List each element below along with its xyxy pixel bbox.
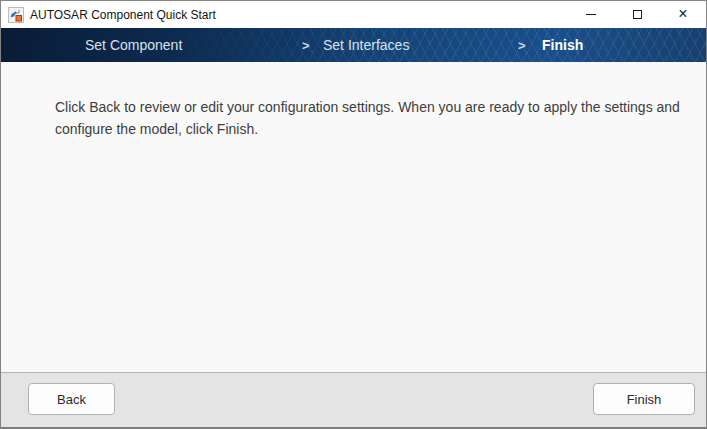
maximize-icon [633,10,642,19]
step-separator-icon: > [518,38,526,53]
minimize-icon [586,14,596,15]
instructions-text: Click Back to review or edit your config… [55,96,703,140]
back-button[interactable]: Back [28,383,115,415]
finish-button[interactable]: Finish [593,383,695,415]
step-separator-icon: > [302,38,310,53]
window-controls: × [568,1,706,28]
wizard-steps-bar: Set Component > Set Interfaces > Finish [1,28,706,62]
title-bar: AUTOSAR Component Quick Start × [1,1,706,28]
step-finish: Finish [542,37,583,53]
wizard-window: AUTOSAR Component Quick Start × Set Comp… [0,0,707,429]
footer-bar: Back Finish [1,372,706,427]
step-set-component: Set Component [85,37,182,53]
close-icon: × [678,6,687,22]
maximize-button[interactable] [614,1,660,28]
window-title: AUTOSAR Component Quick Start [30,8,216,22]
simulink-model-icon [8,7,24,23]
close-button[interactable]: × [660,1,706,28]
minimize-button[interactable] [568,1,614,28]
content-area: Click Back to review or edit your config… [1,62,706,372]
step-set-interfaces: Set Interfaces [323,37,409,53]
